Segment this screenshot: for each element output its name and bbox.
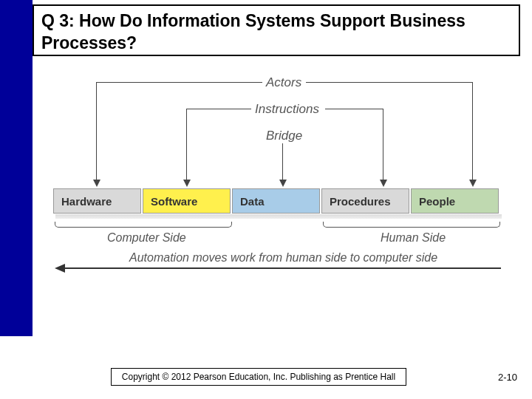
page-number: 2-10: [498, 372, 517, 383]
component-procedures: Procedures: [321, 188, 409, 214]
instr-bracket-right: [325, 109, 383, 109]
component-label: Data: [240, 195, 265, 208]
actors-bracket-left: [96, 82, 262, 83]
arrow-down-icon: [469, 180, 477, 187]
instr-drop-right: [383, 109, 383, 180]
arrow-down-icon: [279, 180, 287, 187]
copyright-text: Copyright © 2012 Pearson Education, Inc.…: [122, 372, 395, 382]
component-label: Hardware: [61, 195, 112, 208]
component-people: People: [411, 188, 499, 214]
arrow-down-icon: [93, 180, 100, 187]
copyright-box: Copyright © 2012 Pearson Education, Inc.…: [111, 368, 406, 386]
component-data: Data: [232, 188, 320, 214]
component-label: Software: [151, 195, 197, 208]
component-software: Software: [143, 188, 231, 214]
row-shadow: [55, 214, 502, 219]
page-title: Q 3: How Do Information Systems Support …: [41, 10, 511, 55]
arrow-down-icon: [183, 180, 191, 187]
component-label: People: [419, 195, 455, 208]
brace-human-side: [323, 222, 500, 228]
label-actors: Actors: [266, 75, 301, 90]
actors-drop-left: [96, 82, 97, 180]
automation-arrow-line: [65, 267, 501, 269]
automation-caption: Automation moves work from human side to…: [129, 251, 437, 265]
bridge-drop: [282, 143, 283, 180]
component-hardware: Hardware: [53, 188, 141, 214]
accent-bar: [0, 0, 33, 336]
arrow-down-icon: [380, 180, 387, 187]
brace-computer-side: [55, 222, 232, 228]
label-human-side: Human Side: [381, 231, 446, 245]
label-computer-side: Computer Side: [107, 231, 186, 245]
label-bridge: Bridge: [266, 129, 302, 143]
title-box: Q 3: How Do Information Systems Support …: [33, 4, 520, 56]
actors-bracket-right: [306, 82, 472, 83]
instr-bracket-left: [186, 109, 251, 109]
diagram: Actors Instructions Bridge Hardware Soft…: [44, 74, 510, 310]
component-label: Procedures: [330, 195, 391, 208]
actors-drop-right: [472, 82, 473, 180]
label-instructions: Instructions: [255, 102, 319, 117]
arrow-left-icon: [55, 264, 65, 273]
instr-drop-left: [186, 109, 187, 180]
components-row: Hardware Software Data Procedures People: [53, 188, 499, 214]
